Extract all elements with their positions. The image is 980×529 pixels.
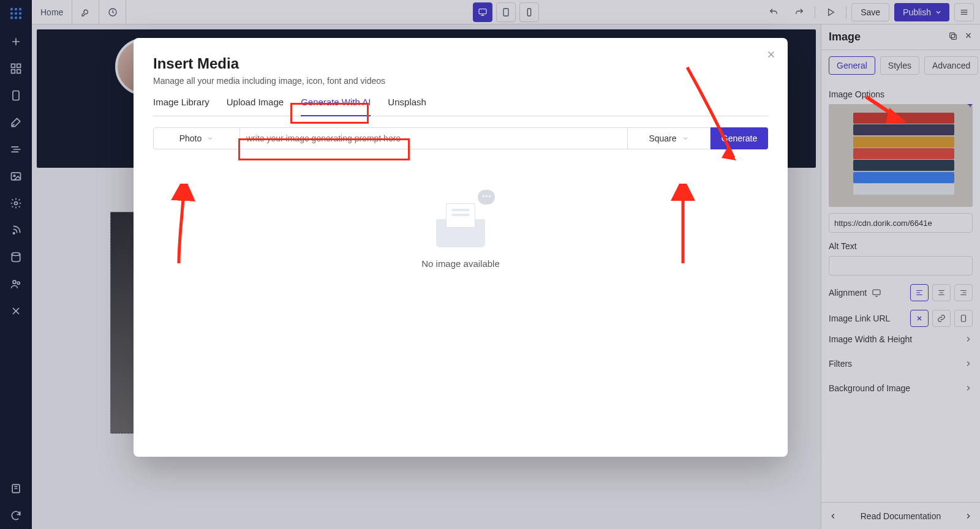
empty-text: No image available bbox=[421, 258, 500, 269]
modal-title: Insert Media bbox=[153, 55, 768, 72]
modal-tabs: Image Library Upload Image Generate With… bbox=[153, 97, 768, 116]
type-select-value: Photo bbox=[179, 133, 202, 143]
tab-unsplash[interactable]: Unsplash bbox=[388, 97, 426, 116]
insert-media-modal: Insert Media Manage all your media inclu… bbox=[134, 38, 788, 457]
generate-label: Generate bbox=[722, 133, 757, 143]
tab-upload-image[interactable]: Upload Image bbox=[227, 97, 284, 116]
chevron-down-icon bbox=[682, 135, 689, 142]
ai-prompt-input[interactable] bbox=[240, 127, 627, 149]
tab-generate-ai[interactable]: Generate With AI bbox=[301, 97, 371, 116]
tab-image-library[interactable]: Image Library bbox=[153, 97, 209, 116]
aspect-value: Square bbox=[649, 133, 676, 143]
generate-button[interactable]: Generate bbox=[710, 127, 768, 149]
modal-close-icon[interactable] bbox=[766, 49, 777, 62]
aspect-ratio-select[interactable]: Square bbox=[627, 127, 710, 149]
chevron-down-icon bbox=[206, 135, 214, 142]
empty-state: No image available bbox=[153, 192, 768, 278]
image-type-select[interactable]: Photo bbox=[153, 127, 240, 149]
modal-subtitle: Manage all your media including image, i… bbox=[153, 76, 768, 86]
empty-illustration bbox=[430, 192, 491, 247]
